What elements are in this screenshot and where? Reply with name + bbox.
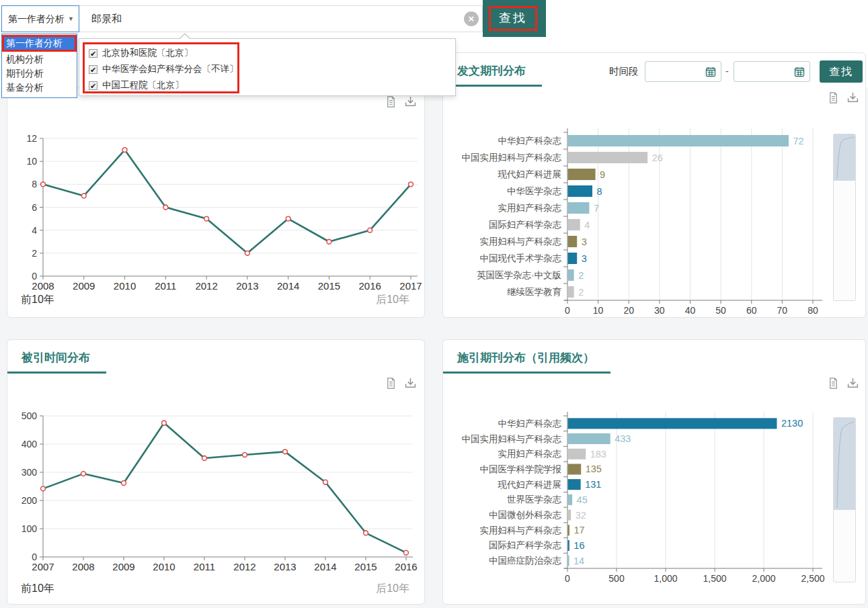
x-axis-label: 1,000 <box>654 573 677 584</box>
x-axis-label: 2,500 <box>801 573 824 584</box>
trend-line <box>43 150 411 253</box>
x-axis-label: 2012 <box>195 280 217 292</box>
mode-menu-item[interactable]: 基金分析 <box>2 81 77 95</box>
calendar-icon[interactable] <box>705 67 716 77</box>
datazoom-slider[interactable] <box>833 134 856 301</box>
search-mode-value: 第一作者分析 <box>8 13 65 24</box>
end-date-input[interactable] <box>734 61 810 82</box>
data-point <box>81 193 86 198</box>
dropdown-notch <box>179 33 191 39</box>
publication-trend-chart: 0246810122008200920102011201220132014201… <box>7 125 426 296</box>
checkbox-icon[interactable]: ✔ <box>89 49 97 58</box>
data-point <box>81 472 86 476</box>
bar-value-label: 3 <box>582 253 587 264</box>
download-icon[interactable] <box>405 378 416 389</box>
bar-value-label: 131 <box>585 479 601 490</box>
checkbox-icon[interactable]: ✔ <box>89 81 97 90</box>
search-button[interactable]: 查找 <box>491 8 535 29</box>
bar <box>568 135 789 146</box>
bar-value-label: 2 <box>578 270 584 281</box>
category-label: 英国医学杂志·中文版 <box>477 270 561 280</box>
category-label: 中国现代手术学杂志 <box>480 253 562 263</box>
bar-value-label: 26 <box>652 153 663 163</box>
affiliation-option-label: 中华医学会妇产科学分会〔不详〕 <box>102 63 239 75</box>
bar-value-label: 9 <box>600 169 605 180</box>
report-icon[interactable] <box>385 378 397 389</box>
affiliation-option[interactable]: ✔北京协和医院〔北京〕 <box>79 45 455 61</box>
x-axis-label: 20 <box>623 305 634 316</box>
x-axis-label: 2015 <box>318 280 340 292</box>
y-axis-label: 4 <box>32 225 37 236</box>
x-axis-label: 2015 <box>354 561 377 572</box>
bar <box>568 286 574 298</box>
bar <box>568 169 596 180</box>
checkbox-icon[interactable]: ✔ <box>89 65 97 74</box>
data-point <box>323 480 328 484</box>
data-point <box>364 531 368 535</box>
x-axis-label: 2011 <box>194 561 215 572</box>
decade-label-right: 后10年 <box>376 582 409 596</box>
time-range-label: 时间段 <box>609 61 639 82</box>
x-axis-label: 2013 <box>274 561 296 572</box>
x-axis-label: 2010 <box>114 280 136 292</box>
bar-value-label: 72 <box>793 136 804 146</box>
bar-chart-svg: 01020304050607080中华妇产科杂志72中国实用妇科与产科杂志26现… <box>443 117 830 318</box>
search-input[interactable] <box>79 5 483 32</box>
calendar-icon[interactable] <box>794 67 805 77</box>
search-mode-select[interactable]: ▼ 第一作者分析 <box>1 5 79 32</box>
download-icon[interactable] <box>847 378 859 389</box>
datazoom-slider[interactable] <box>833 417 856 582</box>
bar-value-label: 8 <box>597 186 602 197</box>
affiliation-option[interactable]: ✔中华医学会妇产科学分会〔不详〕 <box>79 61 455 77</box>
bar <box>568 510 571 521</box>
x-axis-label: 2011 <box>155 280 176 292</box>
mode-menu-item[interactable]: 期刊分析 <box>2 67 77 81</box>
decade-label-right: 后10年 <box>376 293 409 307</box>
bar-value-label: 7 <box>594 203 599 214</box>
report-icon[interactable] <box>385 96 397 107</box>
x-axis-label: 2016 <box>359 280 381 292</box>
report-icon[interactable] <box>828 378 839 389</box>
trend-line <box>43 423 406 553</box>
x-axis-label: 2017 <box>399 280 422 292</box>
data-point <box>404 550 409 555</box>
panel-publication-trend: 0246810122008200920102011201220132014201… <box>7 87 425 318</box>
affiliation-option[interactable]: ✔中国工程院〔北京〕 <box>79 77 455 93</box>
panel-title: 被引时间分布 <box>7 340 106 374</box>
cited-trend-chart: 0100200300400500200720082009201020112012… <box>7 400 426 585</box>
data-point <box>409 182 413 187</box>
data-point <box>162 421 167 425</box>
mode-menu-item[interactable]: 第一作者分析 <box>2 35 77 52</box>
start-date-input[interactable] <box>645 61 721 82</box>
bar <box>568 556 569 566</box>
time-range-search-button[interactable]: 查找 <box>820 60 863 83</box>
data-point <box>368 228 372 232</box>
x-axis-label: 2014 <box>314 561 336 572</box>
data-point <box>41 486 46 491</box>
search-mode-menu: 第一作者分析机构分析期刊分析基金分析 <box>1 34 77 98</box>
bar-value-label: 2 <box>578 287 584 298</box>
y-axis-label: 6 <box>32 202 37 213</box>
y-axis-label: 2 <box>32 248 37 259</box>
bar <box>568 202 590 214</box>
line-chart-svg: 0100200300400500200720082009201020112012… <box>7 400 426 585</box>
x-axis-label: 500 <box>608 573 625 584</box>
category-label: 实用妇产科杂志 <box>498 203 562 213</box>
x-axis-label: 0 <box>565 305 570 316</box>
range-separator: - <box>725 61 729 82</box>
category-label: 现代妇产科进展 <box>498 169 562 179</box>
x-axis-label: 2008 <box>32 280 54 292</box>
mode-menu-item[interactable]: 机构分析 <box>2 52 77 67</box>
decade-label-left: 前10年 <box>21 293 54 307</box>
download-icon[interactable] <box>405 96 416 107</box>
clear-search-icon[interactable]: × <box>464 11 479 26</box>
download-icon[interactable] <box>847 92 859 103</box>
bar-chart-svg: 05001,0001,5002,0002,500中华妇产科杂志2130中国实用妇… <box>443 404 830 605</box>
affiliation-dropdown: ✔北京协和医院〔北京〕✔中华医学会妇产科学分会〔不详〕✔中国工程院〔北京〕 <box>79 38 456 96</box>
x-axis-label: 40 <box>685 305 696 316</box>
bar-value-label: 16 <box>574 540 584 551</box>
category-label: 现代妇产科进展 <box>498 480 562 490</box>
category-label: 实用妇产科杂志 <box>498 449 562 459</box>
decade-label-left: 前10年 <box>21 582 54 596</box>
report-icon[interactable] <box>828 92 839 103</box>
